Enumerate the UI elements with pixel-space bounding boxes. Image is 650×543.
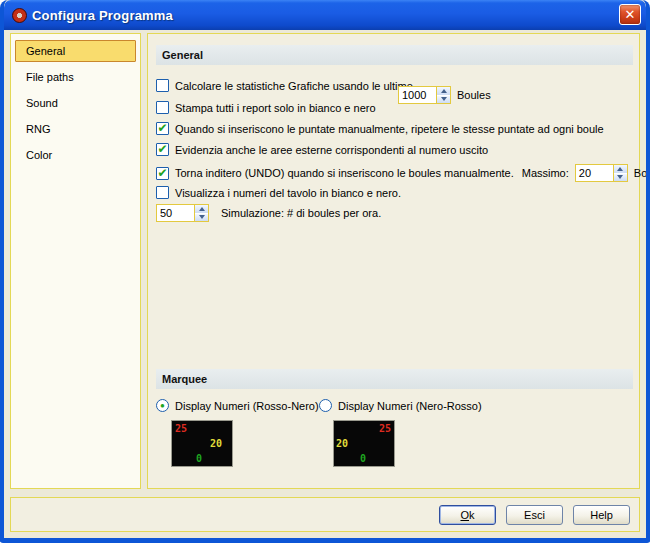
sidebar-item-file-paths[interactable]: File paths <box>15 66 136 88</box>
display-number: 20 <box>210 438 222 449</box>
stats-boules-value[interactable]: 1000 <box>399 87 436 103</box>
help-button-label: Help <box>582 506 621 524</box>
display-number: 20 <box>336 438 348 449</box>
help-button[interactable]: Help <box>573 505 630 525</box>
config-dialog-window: Configura Programma ✕ General File paths… <box>0 0 650 543</box>
checkbox-row-highlight-areas: ✔ Evidenzia anche le aree esterne corris… <box>156 143 488 156</box>
display-number: 0 <box>360 453 366 464</box>
checkbox-row-table-bw: Visualizza i numeri del tavolo in bianco… <box>156 186 401 199</box>
spin-up-button[interactable] <box>437 87 450 96</box>
stats-boules-unit-label: Boules <box>457 89 491 101</box>
checkbox-undo[interactable]: ✔ <box>156 167 169 180</box>
checkbox-highlight-areas[interactable]: ✔ <box>156 143 169 156</box>
checkbox-table-bw-label[interactable]: Visualizza i numeri del tavolo in bianco… <box>175 187 401 199</box>
radio-row-nero-rosso: Display Numeri (Nero-Rosso) <box>319 399 482 412</box>
ok-button-label: Ok <box>448 506 487 524</box>
sidebar-item-label: General <box>26 45 65 57</box>
close-button[interactable]: ✕ <box>619 4 641 25</box>
checkbox-table-bw[interactable] <box>156 186 169 199</box>
radio-nero-rosso[interactable] <box>319 399 332 412</box>
sidebar-item-label: File paths <box>26 71 74 83</box>
arrow-down-icon <box>441 97 447 101</box>
undo-max-spinner[interactable]: 20 <box>575 164 628 182</box>
sidebar-item-label: Sound <box>26 97 58 109</box>
undo-max-spin-buttons <box>613 165 627 181</box>
checkbox-statistics-label[interactable]: Calcolare le statistiche Grafiche usando… <box>175 80 413 92</box>
checkbox-highlight-areas-label[interactable]: Evidenzia anche le aree esterne corrispo… <box>175 144 488 156</box>
simulation-spin-buttons <box>194 205 208 221</box>
spin-down-button[interactable] <box>195 214 208 222</box>
roulette-wheel-icon <box>12 8 27 23</box>
simulation-label: Simulazione: # di boules per ora. <box>221 207 381 219</box>
footer-button-bar: Ok Esci Help <box>10 497 640 532</box>
arrow-down-icon <box>199 215 205 219</box>
checkbox-undo-label[interactable]: Torna inditero (UNDO) quando si inserisc… <box>175 167 514 179</box>
radio-nero-rosso-label[interactable]: Display Numeri (Nero-Rosso) <box>338 400 482 412</box>
checkbox-print-bw-label[interactable]: Stampa tutti i report solo in bianco e n… <box>175 102 376 114</box>
sidebar-item-label: RNG <box>26 123 50 135</box>
checkbox-statistics[interactable] <box>156 79 169 92</box>
arrow-up-icon <box>199 207 205 211</box>
display-number: 25 <box>175 423 187 434</box>
marquee-display-nero-rosso: 25 20 0 <box>333 420 395 467</box>
arrow-up-icon <box>441 89 447 93</box>
close-icon: ✕ <box>625 7 636 22</box>
sidebar-item-color[interactable]: Color <box>15 144 136 166</box>
sidebar-item-rng[interactable]: RNG <box>15 118 136 140</box>
ok-button[interactable]: Ok <box>439 505 496 525</box>
radio-row-rosso-nero: ● Display Numeri (Rosso-Nero) <box>156 399 319 412</box>
simulation-spinner-row: 50 Simulazione: # di boules per ora. <box>156 204 381 222</box>
simulation-value[interactable]: 50 <box>157 205 194 221</box>
general-section-header: General <box>156 45 633 65</box>
esci-button-label: Esci <box>515 506 554 524</box>
spin-up-button[interactable] <box>195 205 208 214</box>
spin-down-button[interactable] <box>437 96 450 104</box>
stats-boules-spinner[interactable]: 1000 <box>398 86 451 104</box>
arrow-down-icon <box>617 175 623 179</box>
undo-max-label: Massimo: <box>522 167 569 179</box>
radio-rosso-nero-label[interactable]: Display Numeri (Rosso-Nero) <box>175 400 319 412</box>
spin-up-button[interactable] <box>614 165 627 174</box>
marquee-display-rosso-nero: 25 20 0 <box>171 420 233 467</box>
undo-max-unit-label: Boules <box>634 167 650 179</box>
sidebar-item-sound[interactable]: Sound <box>15 92 136 114</box>
title-bar[interactable]: Configura Programma ✕ <box>4 0 646 30</box>
marquee-section-header: Marquee <box>156 369 633 389</box>
arrow-up-icon <box>617 167 623 171</box>
esci-button[interactable]: Esci <box>506 505 563 525</box>
checkbox-row-repeat-bets: ✔ Quando si inseriscono le puntate manua… <box>156 122 604 135</box>
sidebar: General File paths Sound RNG Color <box>10 33 141 489</box>
stats-boules-spinner-row: 1000 Boules <box>398 86 491 104</box>
checkbox-print-bw[interactable] <box>156 101 169 114</box>
sidebar-item-general[interactable]: General <box>15 40 136 62</box>
dialog-client-area: General File paths Sound RNG Color Gener… <box>4 30 646 538</box>
main-panel: General Calcolare le statistiche Grafich… <box>147 33 640 489</box>
radio-rosso-nero[interactable]: ● <box>156 399 169 412</box>
sidebar-item-label: Color <box>26 149 52 161</box>
stats-boules-spin-buttons <box>436 87 450 103</box>
undo-max-value[interactable]: 20 <box>576 165 613 181</box>
display-number: 0 <box>196 453 202 464</box>
checkbox-repeat-bets-label[interactable]: Quando si inseriscono le puntate manualm… <box>175 123 604 135</box>
checkbox-row-statistics: Calcolare le statistiche Grafiche usando… <box>156 79 413 92</box>
spin-down-button[interactable] <box>614 174 627 182</box>
window-title: Configura Programma <box>32 8 173 23</box>
checkbox-repeat-bets[interactable]: ✔ <box>156 122 169 135</box>
checkbox-row-print-bw: Stampa tutti i report solo in bianco e n… <box>156 101 376 114</box>
checkbox-row-undo: ✔ Torna inditero (UNDO) quando si inseri… <box>156 164 650 182</box>
simulation-spinner[interactable]: 50 <box>156 204 209 222</box>
display-number: 25 <box>379 423 391 434</box>
